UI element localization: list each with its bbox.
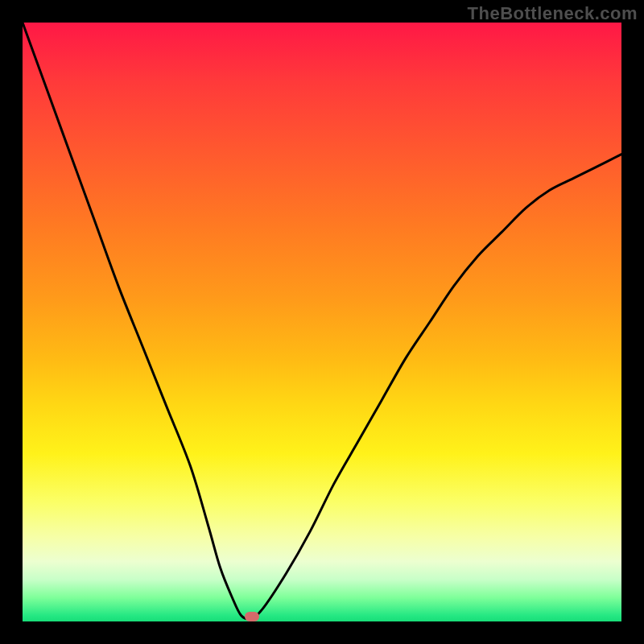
bottleneck-curve-path xyxy=(23,23,621,619)
watermark-text: TheBottleneck.com xyxy=(468,3,638,24)
plot-area xyxy=(23,23,621,621)
curve-svg xyxy=(23,23,621,621)
minimum-marker xyxy=(245,612,259,621)
chart-frame: TheBottleneck.com xyxy=(0,0,644,644)
